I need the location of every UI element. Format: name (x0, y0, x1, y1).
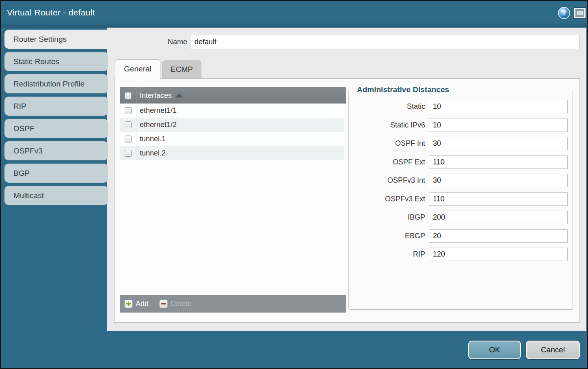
ospfv3-ext-input[interactable] (429, 192, 568, 206)
sidebar-item-multicast[interactable]: Multicast (4, 186, 108, 205)
tab-ecmp[interactable]: ECMP (162, 60, 201, 78)
ad-row-ospf-int: OSPF Int (354, 137, 568, 150)
static-label: Static (354, 102, 429, 111)
ibgp-label: IBGP (354, 213, 429, 222)
interface-name: tunnel.2 (140, 149, 166, 158)
table-scrollbar[interactable] (344, 104, 346, 160)
row-checkbox[interactable] (125, 107, 132, 114)
interface-name: ethernet1/2 (140, 121, 177, 129)
delete-button-label: Delete (171, 300, 192, 308)
rip-label: RIP (354, 250, 429, 259)
ospfv3-ext-label: OSPFv3 Ext (354, 195, 429, 203)
sidebar-item-router-settings[interactable]: Router Settings (4, 30, 111, 49)
row-checkbox-cell (120, 104, 136, 118)
ad-row-static-ipv6: Static IPv6 (354, 119, 568, 132)
interfaces-column-title: Interfaces (140, 91, 172, 100)
ok-button[interactable]: OK (468, 341, 521, 359)
ad-row-rip: RIP (354, 248, 568, 261)
row-checkbox[interactable] (125, 121, 132, 128)
select-all-checkbox[interactable] (125, 92, 132, 99)
ospfv3-int-input[interactable] (429, 174, 568, 187)
table-row-ethernet1-1[interactable]: ethernet1/1 (120, 104, 346, 118)
ad-row-ibgp: IBGP (354, 211, 568, 224)
general-tab-panel: Interfaces ethernet1/1 ethernet1/2 tunne… (114, 78, 580, 323)
table-row-tunnel-1[interactable]: tunnel.1 (120, 132, 346, 146)
ad-row-static: Static (354, 100, 568, 113)
administrative-distances-group: Administrative Distances Static Static I… (348, 85, 573, 310)
table-row-tunnel-2[interactable]: tunnel.2 (120, 146, 346, 160)
static-ipv6-label: Static IPv6 (354, 121, 429, 129)
sidebar-item-rip[interactable]: RIP (4, 97, 108, 116)
ad-row-ospfv3-ext: OSPFv3 Ext (354, 192, 568, 206)
maximize-icon[interactable] (574, 8, 586, 18)
sidebar-item-static-routes[interactable]: Static Routes (4, 52, 108, 71)
administrative-distances-title: Administrative Distances (355, 85, 452, 94)
ospf-int-input[interactable] (429, 137, 568, 150)
title-bar: Virtual Router - default ? (1, 1, 587, 28)
static-input[interactable] (429, 100, 568, 113)
ebgp-input[interactable] (429, 229, 568, 243)
sidebar-item-ospf[interactable]: OSPF (4, 119, 108, 138)
interfaces-table-footer: Add Delete (120, 295, 346, 313)
maximize-icon-inner (577, 11, 583, 15)
interface-name: tunnel.1 (140, 135, 166, 143)
delete-minus-icon (159, 300, 168, 308)
add-button[interactable]: Add (124, 300, 149, 308)
ibgp-input[interactable] (429, 211, 568, 224)
interfaces-table: Interfaces ethernet1/1 ethernet1/2 tunne… (120, 87, 346, 313)
ospf-int-label: OSPF Int (354, 139, 429, 148)
ospf-ext-input[interactable] (429, 155, 568, 169)
ad-row-ospfv3-int: OSPFv3 Int (354, 174, 568, 187)
row-checkbox[interactable] (125, 150, 132, 157)
interface-name: ethernet1/1 (140, 106, 177, 115)
ospf-ext-label: OSPF Ext (354, 158, 429, 166)
cancel-button[interactable]: Cancel (526, 341, 580, 359)
delete-button[interactable]: Delete (159, 300, 192, 308)
row-checkbox-cell (120, 132, 136, 146)
name-input[interactable] (191, 35, 579, 49)
name-field-label: Name (135, 38, 187, 46)
rip-input[interactable] (429, 248, 568, 261)
row-checkbox-cell (120, 118, 136, 132)
dialog-title: Virtual Router - default (7, 8, 95, 17)
ospfv3-int-label: OSPFv3 Int (354, 176, 429, 185)
ad-row-ebgp: EBGP (354, 229, 568, 243)
sidebar-item-redistribution-profile[interactable]: Redistribution Profile (4, 74, 108, 93)
interfaces-column-header[interactable]: Interfaces (120, 87, 346, 104)
ad-row-ospf-ext: OSPF Ext (354, 155, 568, 169)
static-ipv6-input[interactable] (429, 119, 568, 132)
row-checkbox-cell (120, 146, 136, 160)
add-plus-icon (124, 300, 133, 308)
add-button-label: Add (136, 300, 149, 308)
help-icon[interactable]: ? (558, 7, 570, 19)
row-checkbox[interactable] (125, 136, 132, 142)
sidebar-item-bgp[interactable]: BGP (4, 164, 108, 183)
sidebar-item-ospfv3[interactable]: OSPFv3 (4, 141, 108, 160)
ebgp-label: EBGP (354, 232, 429, 240)
table-row-ethernet1-2[interactable]: ethernet1/2 (120, 118, 346, 132)
virtual-router-dialog: Virtual Router - default ? Router Settin… (0, 0, 588, 369)
interfaces-table-body: ethernet1/1 ethernet1/2 tunnel.1 tunnel.… (120, 104, 346, 295)
select-all-cell (120, 87, 136, 104)
tab-general[interactable]: General (115, 59, 160, 79)
sort-ascending-icon[interactable] (176, 93, 182, 97)
